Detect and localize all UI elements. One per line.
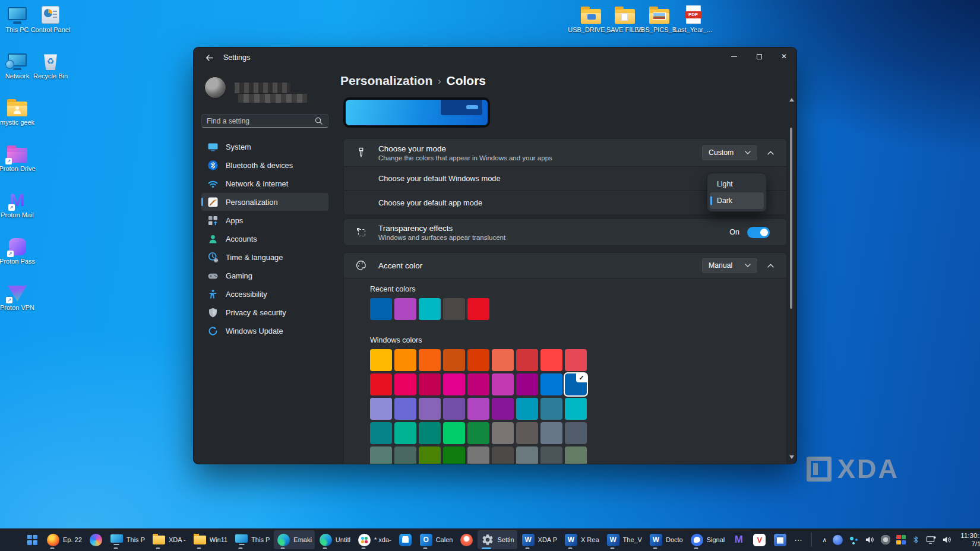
volume-icon-2[interactable] [942, 536, 952, 544]
windows-color-swatch[interactable] [565, 349, 587, 371]
windows-color-swatch[interactable] [370, 422, 392, 444]
desktop-icon-this-pc[interactable]: This PC [0, 4, 34, 33]
tray-app-icon-dots[interactable] [849, 535, 859, 545]
taskbar-item-slack[interactable]: * xda- [355, 530, 394, 549]
sidebar-item-personalization[interactable]: Personalization [201, 193, 328, 211]
volume-icon[interactable] [865, 536, 875, 544]
windows-color-swatch[interactable] [492, 446, 514, 464]
windows-color-swatch[interactable] [467, 446, 489, 464]
tray-app-icon-blue[interactable] [833, 535, 843, 545]
sidebar-item-accessibility[interactable]: Accessibility [201, 285, 328, 303]
windows-color-swatch[interactable] [443, 422, 465, 444]
taskbar-item-vivaldi[interactable]: V [750, 530, 769, 549]
windows-color-swatch[interactable] [467, 349, 489, 371]
desktop-icon-proton-pass[interactable]: ↗Proton Pass [0, 235, 34, 265]
windows-color-swatch[interactable] [419, 446, 441, 464]
recent-color-swatch[interactable] [419, 298, 441, 320]
recent-color-swatch[interactable] [443, 298, 465, 320]
bluetooth-tray-icon[interactable] [912, 535, 920, 544]
taskbar-item-edge-emaki[interactable]: Emaki [274, 530, 315, 549]
sidebar-item-time-language[interactable]: Time & language [201, 248, 328, 266]
recent-color-swatch[interactable] [370, 298, 392, 320]
windows-color-swatch[interactable]: ✓ [565, 373, 587, 395]
desktop-icon-network[interactable]: Network [0, 50, 34, 80]
windows-color-swatch[interactable] [540, 398, 562, 420]
desktop-icon-vbs-pics[interactable]: VBS_PICS_B... [642, 4, 676, 33]
windows-color-swatch[interactable] [394, 422, 416, 444]
tray-clock[interactable]: 11:30:11 AM 7/1/2025 [960, 531, 980, 548]
windows-color-swatch[interactable] [540, 349, 562, 371]
tray-camera-app-icon[interactable] [881, 535, 890, 544]
flyout-option-light[interactable]: Light [710, 176, 764, 192]
windows-color-swatch[interactable] [394, 446, 416, 464]
windows-color-swatch[interactable] [370, 349, 392, 371]
windows-color-swatch[interactable] [394, 373, 416, 395]
recent-color-swatch[interactable] [394, 298, 416, 320]
taskbar-item-file-explorer-2[interactable]: This P [232, 530, 273, 549]
windows-color-swatch[interactable] [443, 373, 465, 395]
taskbar-item-word-4[interactable]: WDocto [646, 530, 686, 549]
sidebar-item-system[interactable]: System [201, 138, 328, 156]
sidebar-item-privacy-security[interactable]: Privacy & security [201, 303, 328, 321]
sidebar-item-network-internet[interactable]: Network & internet [201, 175, 328, 192]
taskbar-item-proton-mail[interactable]: M [729, 530, 748, 549]
sidebar-item-accounts[interactable]: Accounts [201, 230, 328, 248]
taskbar-item-calculator[interactable] [770, 530, 790, 549]
taskbar-item-folder-xda[interactable]: XDA - [149, 530, 189, 549]
sidebar-item-apps[interactable]: Apps [201, 211, 328, 229]
windows-color-swatch[interactable] [443, 446, 465, 464]
recent-color-swatch[interactable] [467, 298, 489, 320]
taskbar-item-duckduckgo[interactable] [457, 530, 476, 549]
phone-link-icon[interactable] [926, 536, 936, 544]
windows-color-swatch[interactable] [565, 422, 587, 444]
taskbar-item-edge-untitled[interactable]: Untitl [316, 530, 353, 549]
back-button[interactable] [200, 51, 219, 64]
windows-color-swatch[interactable] [492, 349, 514, 371]
windows-color-swatch[interactable] [419, 373, 441, 395]
tray-grid-app-icon[interactable] [896, 535, 906, 544]
windows-color-swatch[interactable] [492, 398, 514, 420]
user-profile[interactable] [204, 77, 290, 99]
sidebar-item-bluetooth-devices[interactable]: Bluetooth & devices [201, 156, 328, 174]
windows-color-swatch[interactable] [419, 398, 441, 420]
scrollbar-thumb[interactable] [790, 128, 792, 309]
desktop-icon-control-panel[interactable]: Control Panel [33, 4, 68, 33]
windows-color-swatch[interactable] [516, 446, 538, 464]
taskbar-item-firefox[interactable]: Ep. 22 [43, 530, 85, 549]
sidebar-item-gaming[interactable]: Gaming [201, 267, 328, 284]
scroll-down-arrow[interactable] [789, 455, 794, 459]
windows-color-swatch[interactable] [492, 373, 514, 395]
windows-color-swatch[interactable] [370, 373, 392, 395]
windows-color-swatch[interactable] [419, 349, 441, 371]
windows-color-swatch[interactable] [516, 373, 538, 395]
scrollbar[interactable] [788, 98, 794, 459]
taskbar-item-file-explorer-1[interactable]: This P [107, 530, 148, 549]
desktop-icon-proton-drive[interactable]: ↗Proton Drive [0, 142, 34, 172]
windows-color-swatch[interactable] [467, 373, 489, 395]
windows-color-swatch[interactable] [540, 446, 562, 464]
windows-color-swatch[interactable] [540, 373, 562, 395]
windows-color-swatch[interactable] [419, 422, 441, 444]
breadcrumb-personalization[interactable]: Personalization [340, 74, 432, 88]
scroll-up-arrow[interactable] [789, 98, 794, 102]
taskbar-item-microsoft-store[interactable] [396, 530, 415, 549]
desktop-icon-proton-vpn[interactable]: ↗Proton VPN [0, 281, 34, 311]
mode-dropdown[interactable]: Custom [702, 145, 757, 160]
windows-color-swatch[interactable] [443, 398, 465, 420]
windows-color-swatch[interactable] [516, 349, 538, 371]
taskbar-item-word-3[interactable]: WThe_V [603, 530, 645, 549]
windows-color-swatch[interactable] [516, 398, 538, 420]
desktop-icon-usb-drive[interactable]: USB_DRIVE_... [574, 4, 608, 33]
windows-color-swatch[interactable] [394, 349, 416, 371]
windows-color-swatch[interactable] [394, 398, 416, 420]
windows-color-swatch[interactable] [370, 446, 392, 464]
windows-color-swatch[interactable] [565, 446, 587, 464]
windows-color-swatch[interactable] [370, 398, 392, 420]
taskbar-overflow-button[interactable]: ⋯ [791, 530, 806, 549]
taskbar-item-copilot[interactable] [86, 530, 106, 549]
search-box[interactable] [201, 114, 328, 128]
taskbar-item-word-2[interactable]: WX Rea [561, 530, 602, 549]
transparency-toggle[interactable] [747, 227, 770, 238]
mode-expander-button[interactable] [763, 145, 778, 160]
windows-color-swatch[interactable] [492, 422, 514, 444]
